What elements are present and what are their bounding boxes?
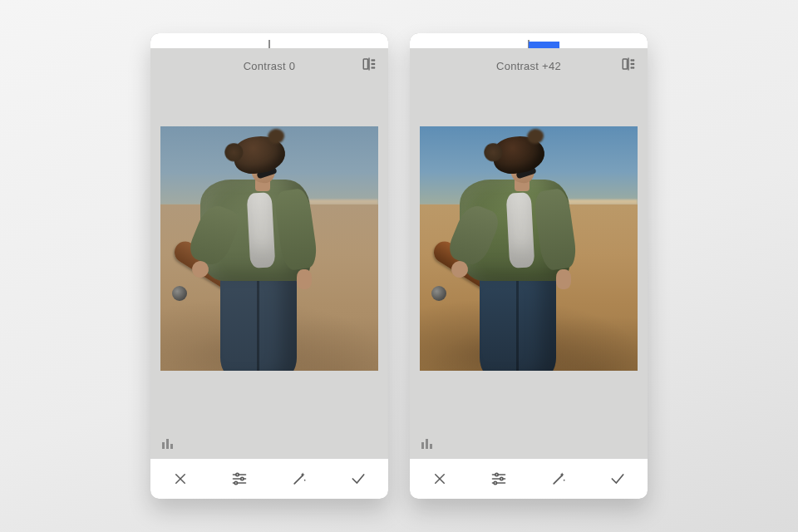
svg-rect-0 (363, 59, 367, 69)
svg-point-2 (372, 60, 372, 61)
svg-line-19 (294, 475, 303, 484)
compare-icon[interactable] (621, 57, 636, 75)
magic-wand-icon[interactable] (549, 469, 569, 489)
svg-point-16 (241, 477, 244, 480)
tune-icon[interactable] (489, 469, 509, 489)
svg-point-28 (633, 67, 633, 68)
svg-rect-30 (426, 439, 428, 449)
adjustment-label: Contrast 0 (244, 60, 296, 72)
svg-point-3 (373, 60, 374, 61)
contrast-slider[interactable] (410, 42, 648, 48)
histogram-dock (410, 427, 648, 459)
svg-point-20 (304, 480, 306, 481)
svg-rect-10 (170, 444, 173, 449)
svg-line-40 (554, 475, 562, 484)
svg-point-37 (500, 477, 503, 480)
photo-preview (160, 126, 378, 371)
histogram-icon[interactable] (421, 437, 436, 449)
editor-screen-after: Contrast +42 (410, 33, 648, 499)
image-canvas[interactable] (410, 83, 648, 427)
photo-preview (420, 126, 638, 371)
magic-wand-icon[interactable] (289, 469, 309, 489)
tune-icon[interactable] (229, 469, 249, 489)
svg-rect-9 (166, 439, 169, 449)
svg-point-26 (633, 63, 633, 64)
compare-icon[interactable] (362, 57, 377, 75)
adjustment-header: Contrast 0 (150, 48, 388, 83)
histogram-dock (150, 427, 388, 459)
contrast-slider[interactable] (150, 42, 388, 48)
svg-point-6 (372, 67, 372, 68)
svg-point-23 (631, 60, 632, 61)
adjustment-header: Contrast +42 (410, 48, 648, 83)
bottom-toolbar (150, 459, 388, 499)
apply-button[interactable] (608, 469, 628, 489)
editor-screen-before: Contrast 0 (150, 33, 388, 499)
svg-rect-31 (430, 444, 432, 449)
image-canvas[interactable] (150, 83, 388, 427)
svg-rect-29 (421, 442, 424, 449)
svg-point-24 (633, 60, 633, 61)
cancel-button[interactable] (170, 469, 190, 489)
bottom-toolbar (410, 459, 648, 499)
svg-point-35 (495, 473, 498, 475)
svg-rect-8 (162, 442, 165, 449)
comparison-stage: Contrast 0 (0, 0, 798, 532)
apply-button[interactable] (348, 469, 368, 489)
svg-point-41 (564, 480, 565, 481)
svg-rect-21 (623, 59, 627, 69)
svg-point-14 (236, 473, 239, 475)
svg-point-25 (631, 63, 632, 64)
histogram-icon[interactable] (162, 437, 177, 449)
svg-point-5 (373, 63, 374, 64)
svg-point-18 (234, 481, 237, 484)
adjustment-label: Contrast +42 (496, 60, 561, 72)
svg-point-7 (373, 67, 374, 68)
svg-point-27 (631, 67, 632, 68)
cancel-button[interactable] (430, 469, 450, 489)
svg-point-39 (494, 481, 496, 484)
slider-fill (529, 42, 559, 48)
svg-point-4 (372, 63, 372, 64)
